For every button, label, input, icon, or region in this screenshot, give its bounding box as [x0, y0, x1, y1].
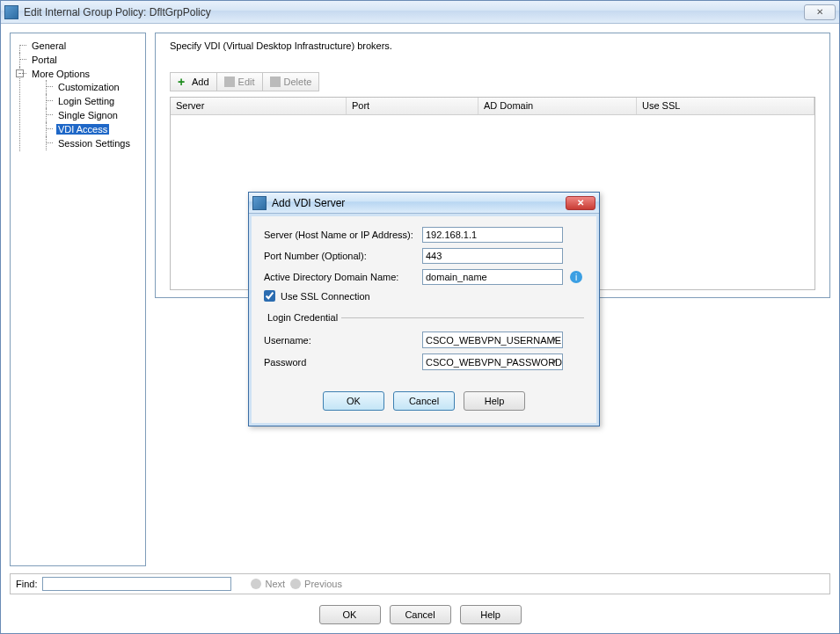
dialog-buttons: OK Cancel Help — [1, 598, 839, 633]
server-label: Server (Host Name or IP Address): — [264, 230, 422, 240]
ad-domain-input[interactable] — [422, 269, 563, 285]
use-ssl-label: Use SSL Connection — [281, 291, 370, 302]
find-label: Find: — [16, 579, 37, 589]
port-label: Port Number (Optional): — [264, 251, 422, 261]
find-previous[interactable]: Previous — [290, 579, 342, 589]
tree-item-more-options[interactable]: - More Options Customization Login Setti… — [14, 67, 142, 151]
find-next[interactable]: Next — [251, 579, 285, 589]
window-title: Edit Internal Group Policy: DfltGrpPolic… — [24, 6, 211, 18]
toolbar: + Add Edit Delete — [170, 72, 815, 91]
ok-button[interactable]: OK — [319, 605, 381, 624]
modal-ok-button[interactable]: OK — [323, 391, 384, 411]
help-button[interactable]: Help — [460, 605, 522, 624]
tree-item-login-setting[interactable]: Login Setting — [30, 94, 142, 108]
plus-icon: + — [178, 77, 188, 87]
find-bar: Find: Next Previous — [10, 573, 830, 594]
chevron-down-icon: ▼ — [548, 356, 560, 368]
previous-icon — [290, 579, 301, 589]
password-label: Password — [264, 357, 422, 368]
login-credential-group: Login Credential Username: CSCO_WEBVPN_U… — [264, 312, 584, 375]
modal-app-icon — [252, 196, 267, 210]
port-input[interactable] — [422, 248, 563, 264]
modal-titlebar: Add VDI Server ✕ — [249, 193, 599, 214]
username-value: CSCO_WEBVPN_USERNAME — [426, 335, 561, 346]
info-icon[interactable]: i — [570, 271, 582, 283]
titlebar: Edit Internal Group Policy: DfltGrpPolic… — [1, 1, 839, 24]
ad-domain-label: Active Directory Domain Name: — [264, 272, 422, 282]
grid-header: Server Port AD Domain Use SSL — [171, 98, 814, 115]
edit-icon — [224, 77, 235, 87]
tree-item-general[interactable]: General — [14, 39, 142, 53]
modal-title: Add VDI Server — [272, 197, 345, 209]
login-legend: Login Credential — [264, 312, 341, 323]
col-port[interactable]: Port — [347, 98, 478, 114]
username-label: Username: — [264, 335, 422, 346]
tree-item-customization[interactable]: Customization — [30, 80, 142, 94]
password-combo[interactable]: CSCO_WEBVPN_PASSWORD ▼ — [422, 353, 563, 370]
add-label: Add — [192, 77, 209, 87]
modal-cancel-button[interactable]: Cancel — [393, 391, 455, 411]
tree-item-vdi-access[interactable]: VDI Access — [30, 122, 142, 136]
edit-button[interactable]: Edit — [217, 72, 263, 91]
delete-button[interactable]: Delete — [263, 72, 320, 91]
edit-label: Edit — [238, 77, 255, 87]
next-icon — [251, 579, 261, 589]
col-use-ssl[interactable]: Use SSL — [637, 98, 814, 114]
add-vdi-server-dialog: Add VDI Server ✕ Server (Host Name or IP… — [248, 192, 600, 426]
cancel-button[interactable]: Cancel — [390, 605, 451, 624]
username-combo[interactable]: CSCO_WEBVPN_USERNAME ▼ — [422, 332, 563, 348]
app-icon — [4, 5, 18, 19]
tree-item-session-settings[interactable]: Session Settings — [30, 136, 142, 150]
nav-tree: General Portal - More Options Customizat… — [10, 33, 146, 566]
col-server[interactable]: Server — [171, 98, 347, 114]
password-value: CSCO_WEBVPN_PASSWORD — [426, 357, 562, 368]
close-icon: ✕ — [577, 198, 584, 208]
modal-help-button[interactable]: Help — [464, 391, 525, 411]
use-ssl-checkbox[interactable] — [264, 290, 275, 302]
chevron-down-icon: ▼ — [548, 334, 560, 346]
col-ad-domain[interactable]: AD Domain — [478, 98, 637, 114]
modal-close-button[interactable]: ✕ — [566, 196, 595, 210]
tree-item-portal[interactable]: Portal — [14, 53, 142, 67]
modal-buttons: OK Cancel Help — [264, 391, 584, 411]
trash-icon — [270, 77, 281, 87]
content-description: Specify VDI (Virtual Desktop Infrastruct… — [170, 40, 815, 51]
close-icon: ✕ — [816, 7, 823, 17]
delete-label: Delete — [284, 77, 312, 87]
tree-item-single-signon[interactable]: Single Signon — [30, 108, 142, 122]
collapse-icon[interactable]: - — [16, 69, 24, 77]
find-input[interactable] — [42, 577, 231, 591]
modal-body: Server (Host Name or IP Address): Port N… — [249, 214, 599, 426]
window-close-button[interactable]: ✕ — [804, 4, 836, 20]
server-input[interactable] — [422, 227, 563, 243]
add-button[interactable]: + Add — [170, 72, 217, 91]
